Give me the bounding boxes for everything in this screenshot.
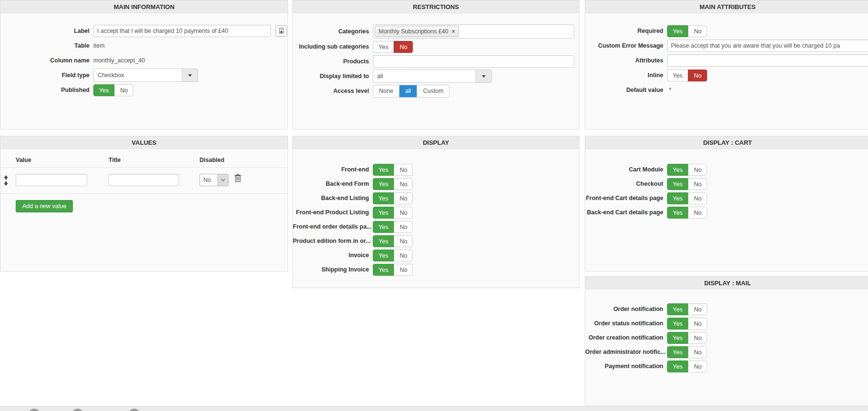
row-label: Back-end Listing [293, 195, 373, 201]
drag-handle[interactable] [3, 175, 9, 187]
no-button[interactable]: No [688, 332, 707, 344]
value-input[interactable] [16, 174, 87, 186]
values-column-disabled: Disabled [200, 157, 224, 163]
no-button[interactable]: No [394, 235, 413, 247]
published-row: Published Yes No [0, 83, 288, 97]
panel-display: DISPLAY Front-end Yes No Back-end Form Y… [292, 136, 579, 288]
no-button[interactable]: No [688, 303, 707, 315]
required-yes-button[interactable]: Yes [667, 25, 688, 37]
title-input[interactable] [109, 174, 179, 186]
caret-down-icon [482, 75, 486, 78]
panel-title-values: VALUES [0, 136, 288, 149]
field-type-caret-button[interactable] [182, 69, 198, 81]
no-button[interactable]: No [394, 164, 413, 176]
including-sub-categories-row: Including sub categories Yes No [293, 40, 579, 53]
label-field-label: Label [0, 28, 93, 34]
front-end-toggle: Yes No [373, 164, 413, 176]
mail-row-order-notification: Order notification Yes No [585, 303, 868, 315]
no-button[interactable]: No [394, 221, 413, 233]
back-end-listing-toggle: Yes No [373, 192, 413, 204]
no-button[interactable]: No [688, 192, 707, 204]
display-limited-to-select[interactable]: all [373, 70, 492, 83]
panel-values: VALUES Value Title Disabled No [0, 136, 288, 271]
access-level-custom-button[interactable]: Custom [417, 85, 449, 97]
display-limited-to-row: Display limited to all [293, 70, 579, 83]
yes-button[interactable]: Yes [373, 178, 394, 190]
disabled-caret-button[interactable] [218, 174, 228, 186]
no-button[interactable]: No [688, 361, 707, 372]
checkout-toggle: Yes No [667, 178, 707, 190]
yes-button[interactable]: Yes [667, 178, 688, 190]
values-column-value: Value [16, 157, 31, 163]
access-level-all-button[interactable]: all [399, 85, 417, 97]
no-button[interactable]: No [688, 207, 707, 219]
no-button[interactable]: No [394, 250, 413, 261]
row-label: Invoice [293, 252, 373, 259]
label-input[interactable] [93, 25, 271, 37]
including-sub-categories-label: Including sub categories [293, 43, 373, 50]
default-value-label: Default value [585, 87, 667, 93]
no-button[interactable]: No [394, 192, 413, 204]
delete-row-button[interactable] [234, 174, 241, 184]
no-button[interactable]: No [688, 164, 707, 176]
no-button[interactable]: No [394, 207, 413, 219]
panel-main-information: MAIN INFORMATION Label Table item Column… [0, 0, 288, 130]
yes-button[interactable]: Yes [373, 250, 394, 261]
yes-button[interactable]: Yes [373, 221, 394, 233]
yes-button[interactable]: Yes [667, 303, 688, 315]
required-no-button[interactable]: No [688, 25, 707, 37]
no-button[interactable]: No [688, 346, 707, 358]
panel-title-main-attributes: MAIN ATTRIBUTES [585, 0, 868, 13]
row-label: Front-end Product Listing [293, 209, 373, 216]
yes-button[interactable]: Yes [667, 318, 688, 330]
yes-button[interactable]: Yes [373, 207, 394, 219]
yes-button[interactable]: Yes [667, 332, 688, 344]
yes-button[interactable]: Yes [373, 164, 394, 176]
yes-button[interactable]: Yes [667, 192, 688, 204]
add-new-value-button[interactable]: Add a new value [16, 200, 73, 212]
remove-tag-icon[interactable]: × [452, 28, 455, 35]
label-translate-button[interactable] [276, 25, 287, 37]
yes-button[interactable]: Yes [667, 361, 688, 372]
field-type-select[interactable]: Checkbox [93, 69, 198, 82]
cart-row-cart-module: Cart Module Yes No [585, 163, 868, 176]
drag-updown-icon [3, 175, 9, 186]
inline-no-button[interactable]: No [688, 70, 707, 81]
custom-error-message-input[interactable] [667, 40, 868, 52]
inline-row: Inline Yes No [585, 69, 868, 82]
display-row-front-end: Front-end Yes No [293, 163, 579, 176]
no-button[interactable]: No [394, 264, 413, 276]
including-sub-categories-yes-button[interactable]: Yes [373, 41, 394, 53]
yes-button[interactable]: Yes [373, 235, 394, 247]
display-limited-to-selected-value: all [373, 70, 476, 82]
including-sub-categories-no-button[interactable]: No [394, 41, 413, 53]
disabled-selected-value: No [200, 174, 218, 186]
display-limited-to-label: Display limited to [293, 73, 373, 80]
yes-button[interactable]: Yes [667, 207, 688, 219]
yes-button[interactable]: Yes [373, 264, 394, 276]
disabled-select[interactable]: No [200, 174, 229, 186]
attributes-input[interactable] [667, 54, 868, 67]
access-level-none-button[interactable]: None [373, 85, 399, 97]
published-no-button[interactable]: No [114, 84, 133, 96]
no-button[interactable]: No [688, 178, 707, 190]
no-button[interactable]: No [688, 318, 707, 330]
row-label: Front-end order details pa... [293, 223, 373, 230]
yes-button[interactable]: Yes [667, 164, 688, 176]
inline-yes-button[interactable]: Yes [667, 70, 688, 81]
published-yes-button[interactable]: Yes [93, 84, 114, 96]
categories-row: Categories Monthly Subscriptions £40 × [293, 24, 579, 39]
product-edition-form-toggle: Yes No [373, 235, 413, 247]
panel-title-restrictions: RESTRICTIONS [293, 0, 579, 13]
default-value-row: Default value * [585, 83, 868, 97]
products-input[interactable] [373, 55, 574, 68]
required-toggle: Yes No [667, 25, 707, 37]
row-label: Product edition form in or... [293, 238, 373, 244]
yes-button[interactable]: Yes [667, 346, 688, 358]
display-row-back-end-listing: Back-end Listing Yes No [293, 192, 579, 204]
yes-button[interactable]: Yes [373, 192, 394, 204]
display-limited-to-caret-button[interactable] [476, 70, 491, 82]
no-button[interactable]: No [394, 178, 413, 190]
cart-module-toggle: Yes No [667, 164, 707, 176]
categories-input[interactable]: Monthly Subscriptions £40 × [373, 24, 574, 39]
